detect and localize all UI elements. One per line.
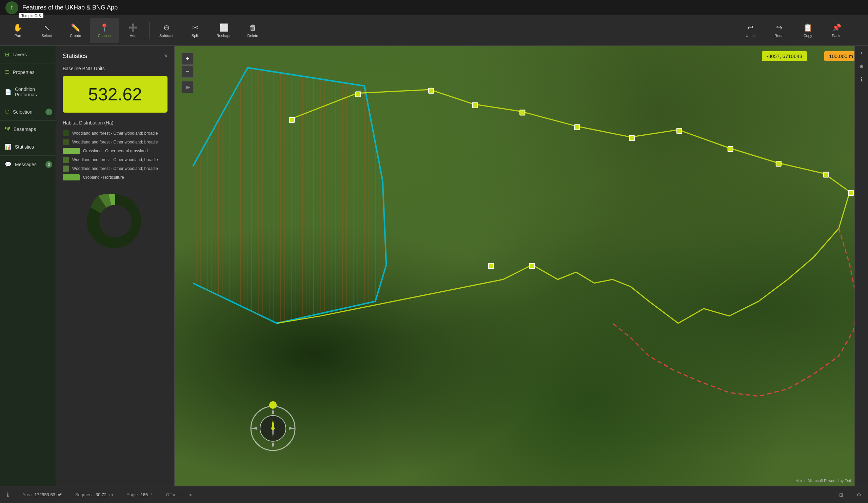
- create-button[interactable]: ✏️ Create: [61, 18, 90, 43]
- app-title: Features of the UKHab & BNG App: [22, 4, 118, 11]
- choose-icon: 📍: [100, 23, 109, 32]
- undo-icon: ↩: [747, 23, 753, 32]
- statusbar-info-icon[interactable]: ℹ: [7, 492, 9, 498]
- panel-more-options[interactable]: ⋮: [174, 240, 175, 248]
- select-button[interactable]: ↖ Select: [32, 18, 61, 43]
- choose-button[interactable]: 📍 Choose: [90, 18, 119, 43]
- segment-label: Segment: [75, 492, 93, 497]
- add-button[interactable]: ➕ Add: [119, 18, 147, 43]
- habitat-item-3: Grassland - Other neutral grassland: [63, 148, 167, 154]
- segment-unit: m: [109, 492, 113, 497]
- statusbar-settings-icon[interactable]: ⚙: [857, 492, 861, 497]
- stats-close-button[interactable]: ×: [164, 53, 167, 60]
- svg-marker-3: [193, 68, 386, 323]
- map-area[interactable]: + − ⊕ -8057, 6710648 100.000 m: [175, 46, 868, 486]
- right-expand-icon[interactable]: ›: [860, 49, 862, 56]
- sidebar-item-condition[interactable]: 📄 Condition Proformas: [0, 81, 55, 103]
- svg-marker-22: [251, 427, 257, 430]
- area-value: 172953.63 m²: [34, 492, 61, 497]
- split-icon: ✂: [192, 23, 198, 32]
- redo-label: Redo: [774, 33, 783, 38]
- sidebar-item-properties[interactable]: ☰ Properties: [0, 63, 55, 81]
- navigation-widget[interactable]: [249, 404, 297, 452]
- habitat-label-2: Woodland and forest - Other woodland; br…: [72, 140, 158, 144]
- sidebar-messages-label: Messages: [15, 162, 37, 167]
- sidebar-item-layers[interactable]: ⊞ Layers: [0, 46, 55, 63]
- paste-icon: 📌: [832, 23, 841, 32]
- svg-rect-4: [289, 117, 294, 122]
- reshape-button[interactable]: ⬜ Reshape: [209, 18, 238, 43]
- statusbar-right-icon[interactable]: ⊞: [839, 492, 843, 497]
- split-label: Split: [192, 33, 199, 38]
- sidebar-condition-label: Condition Proformas: [15, 86, 51, 97]
- statistics-panel: Statistics × Baseline BNG Units 532.62 H…: [56, 46, 175, 486]
- zoom-in-button[interactable]: +: [182, 53, 194, 65]
- sidebar-layers-label: Layers: [12, 52, 27, 57]
- habitat-color-2: [63, 139, 69, 145]
- statistics-icon: 📊: [5, 143, 11, 150]
- svg-marker-23: [289, 427, 295, 430]
- svg-rect-6: [428, 88, 434, 93]
- delete-button[interactable]: 🗑 Delete: [238, 18, 267, 43]
- undo-button[interactable]: ↩ Undo: [736, 18, 765, 43]
- reshape-icon: ⬜: [219, 23, 228, 32]
- stats-title: Statistics: [63, 53, 87, 60]
- stats-subtitle: Baseline BNG Units: [63, 66, 167, 71]
- pan-button[interactable]: ✋ Pan: [3, 18, 32, 43]
- subtract-button[interactable]: ⊖ Subtract: [152, 18, 181, 43]
- coordinates-badge: -8057, 6710648: [762, 51, 807, 61]
- paste-button[interactable]: 📌 Paste: [822, 18, 851, 43]
- subtract-icon: ⊖: [163, 23, 169, 32]
- nav-top-dot: [269, 401, 277, 409]
- selection-badge: 1: [45, 109, 52, 115]
- statusbar: ℹ Area 172953.63 m² Segment 30.72 m Angl…: [0, 486, 868, 503]
- layers-icon: ⊞: [5, 51, 9, 58]
- undo-label: Undo: [746, 33, 754, 38]
- sidebar: ⊞ Layers ☰ Properties 📄 Condition Profor…: [0, 46, 56, 486]
- habitat-color-6: [63, 174, 80, 181]
- copy-button[interactable]: 📋 Copy: [793, 18, 822, 43]
- redo-button[interactable]: ↪ Redo: [765, 18, 793, 43]
- pan-label: Pan: [14, 33, 21, 38]
- right-info-icon[interactable]: ℹ: [860, 76, 862, 83]
- offset-label: Offset: [166, 492, 177, 497]
- app-icon: t: [6, 1, 18, 14]
- svg-rect-5: [356, 92, 361, 97]
- delete-icon: 🗑: [249, 23, 257, 32]
- svg-rect-10: [629, 136, 634, 141]
- offset-unit: m: [188, 492, 192, 497]
- map-zoom-controls: + − ⊕: [182, 53, 194, 93]
- habitat-color-5: [63, 165, 69, 172]
- stats-header: Statistics ×: [63, 53, 167, 60]
- messages-icon: 💬: [5, 161, 11, 167]
- habitat-distribution-title: Habitat Distribution (Ha): [63, 120, 167, 125]
- donut-chart: [81, 187, 149, 255]
- habitat-label-6: Cropland - Horticulture: [83, 175, 124, 180]
- svg-rect-7: [472, 103, 477, 108]
- create-icon: ✏️: [71, 23, 80, 32]
- habitat-item-5: Woodland and forest - Other woodland; br…: [63, 165, 167, 172]
- sidebar-item-messages[interactable]: 💬 Messages 3: [0, 156, 55, 173]
- svg-rect-9: [575, 124, 580, 130]
- habitat-color-1: [63, 130, 69, 136]
- paste-label: Paste: [832, 33, 841, 38]
- titlebar: t Features of the UKHab & BNG App Temple…: [0, 0, 868, 15]
- sidebar-item-statistics[interactable]: 📊 Statistics: [0, 138, 55, 156]
- locate-button[interactable]: ⊕: [182, 81, 194, 93]
- offset-value: --.-: [180, 492, 186, 497]
- svg-rect-15: [848, 190, 854, 195]
- condition-icon: 📄: [5, 89, 11, 95]
- habitat-color-3: [63, 148, 80, 154]
- svg-rect-14: [824, 172, 829, 177]
- svg-rect-8: [520, 110, 525, 115]
- sidebar-item-basemaps[interactable]: 🗺 Basemaps: [0, 121, 55, 138]
- zoom-out-button[interactable]: −: [182, 65, 194, 78]
- svg-rect-11: [677, 128, 682, 133]
- split-button[interactable]: ✂ Split: [181, 18, 209, 43]
- sidebar-item-selection[interactable]: ⬡ Selection 1: [0, 103, 55, 121]
- svg-rect-16: [488, 263, 494, 268]
- right-layers-icon[interactable]: ⊕: [859, 63, 864, 70]
- add-icon: ➕: [128, 23, 138, 32]
- angle-unit: °: [151, 492, 152, 497]
- delete-label: Delete: [248, 33, 258, 38]
